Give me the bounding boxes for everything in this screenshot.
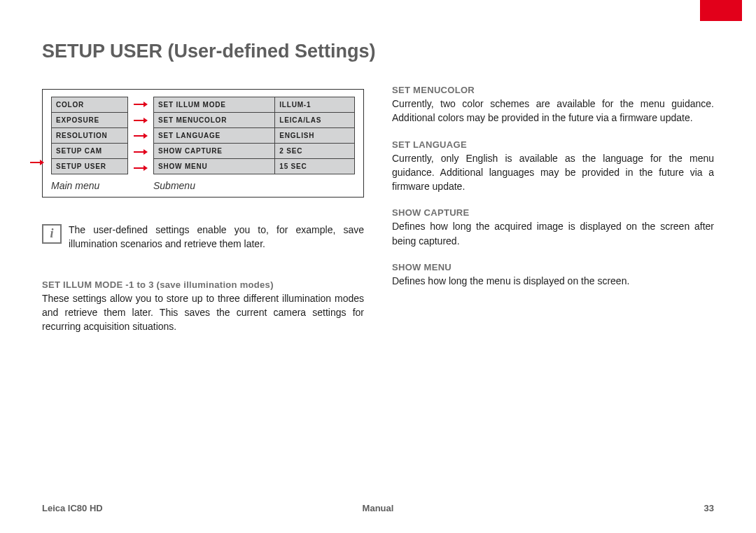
main-menu-item: COLOR xyxy=(52,97,128,113)
section-heading: SET ILLUM MODE -1 to 3 (save illuminatio… xyxy=(42,279,364,290)
svg-marker-1 xyxy=(144,102,148,107)
section-body: Defines how long the acquired image is d… xyxy=(392,219,714,248)
main-menu-caption: Main menu xyxy=(51,180,153,191)
svg-marker-9 xyxy=(144,165,148,171)
submenu-value: 2 SEC xyxy=(275,144,355,159)
submenu-label: SHOW MENU xyxy=(154,159,275,174)
submenu-value: ILLUM-1 xyxy=(275,97,355,113)
footer-product: Leica IC80 HD xyxy=(42,503,103,513)
submenu-label: SHOW CAPTURE xyxy=(154,144,275,159)
submenu-arrows xyxy=(128,97,153,176)
submenu-value: ENGLISH xyxy=(275,128,355,144)
arrow-right-icon xyxy=(128,160,153,176)
arrow-right-icon xyxy=(128,144,153,160)
main-menu-item: RESOLUTION xyxy=(52,128,128,144)
submenu-caption: Submenu xyxy=(153,180,195,191)
menu-diagram: COLOR EXPOSURE RESOLUTION SETUP CAM SETU… xyxy=(42,89,364,198)
svg-marker-7 xyxy=(144,149,148,155)
svg-marker-5 xyxy=(144,133,148,139)
section-heading: SHOW CAPTURE xyxy=(392,207,714,218)
submenu-value: 15 SEC xyxy=(275,159,355,174)
arrow-right-icon xyxy=(128,97,153,113)
left-column: COLOR EXPOSURE RESOLUTION SETUP CAM SETU… xyxy=(42,85,364,347)
submenu-value: LEICA/LAS xyxy=(275,113,355,128)
section-body: These settings allow you to store up to … xyxy=(42,291,364,334)
section-body: Currently, two color schemes are availab… xyxy=(392,97,714,125)
footer: Leica IC80 HD Manual 33 xyxy=(42,503,714,513)
section-body: Defines how long the menu is displayed o… xyxy=(392,274,714,288)
submenu-table: SET ILLUM MODE ILLUM-1 SET MENUCOLOR LEI… xyxy=(153,97,355,174)
page-title: SETUP USER (User-defined Settings) xyxy=(42,41,714,62)
footer-page-number: 33 xyxy=(704,503,714,513)
info-text: The user-defined settings enable you to,… xyxy=(69,223,364,251)
main-menu-item: SETUP USER xyxy=(52,159,128,174)
page-content: SETUP USER (User-defined Settings) COLOR… xyxy=(0,0,756,347)
arrow-right-icon xyxy=(128,128,153,144)
info-icon: i xyxy=(42,224,62,244)
main-menu-item: SETUP CAM xyxy=(52,144,128,159)
svg-marker-3 xyxy=(144,118,148,123)
main-menu-item: EXPOSURE xyxy=(52,113,128,128)
section-heading: SHOW MENU xyxy=(392,262,714,272)
arrow-right-icon xyxy=(128,113,153,129)
corner-tab xyxy=(700,0,742,21)
svg-marker-11 xyxy=(40,160,44,165)
section-body: Currently, only English is available as … xyxy=(392,151,714,194)
right-column: SET MENUCOLOR Currently, two color schem… xyxy=(392,85,714,347)
submenu-label: SET ILLUM MODE xyxy=(154,97,275,113)
section-heading: SET MENUCOLOR xyxy=(392,85,714,95)
main-menu-table: COLOR EXPOSURE RESOLUTION SETUP CAM SETU… xyxy=(51,97,128,174)
section-heading: SET LANGUAGE xyxy=(392,139,714,150)
submenu-label: SET LANGUAGE xyxy=(154,128,275,144)
cursor-arrow-icon xyxy=(30,156,44,169)
footer-doctype: Manual xyxy=(363,503,394,513)
submenu-label: SET MENUCOLOR xyxy=(154,113,275,128)
